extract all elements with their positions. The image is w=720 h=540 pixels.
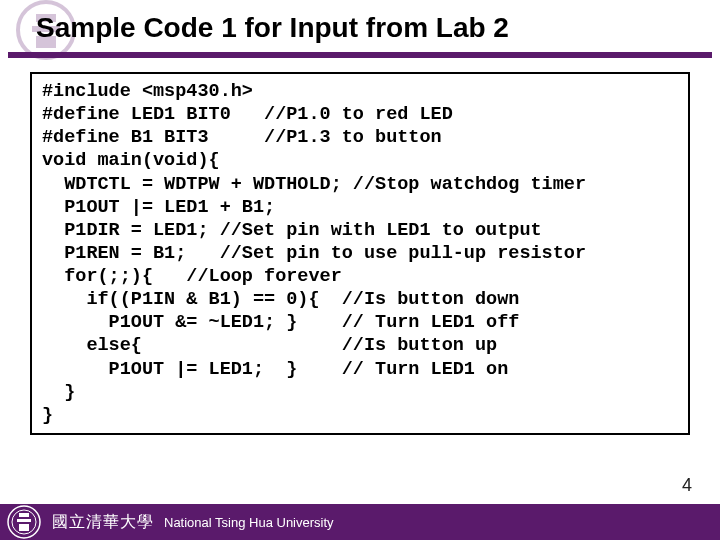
university-logo-icon xyxy=(4,502,44,540)
slide: Sample Code 1 for Input from Lab 2 #incl… xyxy=(0,0,720,540)
svg-rect-8 xyxy=(19,524,29,531)
footer-university-name-en: National Tsing Hua University xyxy=(164,515,334,530)
svg-rect-7 xyxy=(17,519,31,522)
footer-university-name-cn: 國立清華大學 xyxy=(52,512,154,533)
page-number: 4 xyxy=(682,475,692,496)
slide-title-bar: Sample Code 1 for Input from Lab 2 xyxy=(8,0,712,58)
slide-title: Sample Code 1 for Input from Lab 2 xyxy=(36,12,509,43)
footer-bar: 國立清華大學 National Tsing Hua University xyxy=(0,504,720,540)
svg-rect-6 xyxy=(19,513,29,517)
code-block: #include <msp430.h> #define LED1 BIT0 //… xyxy=(30,72,690,435)
